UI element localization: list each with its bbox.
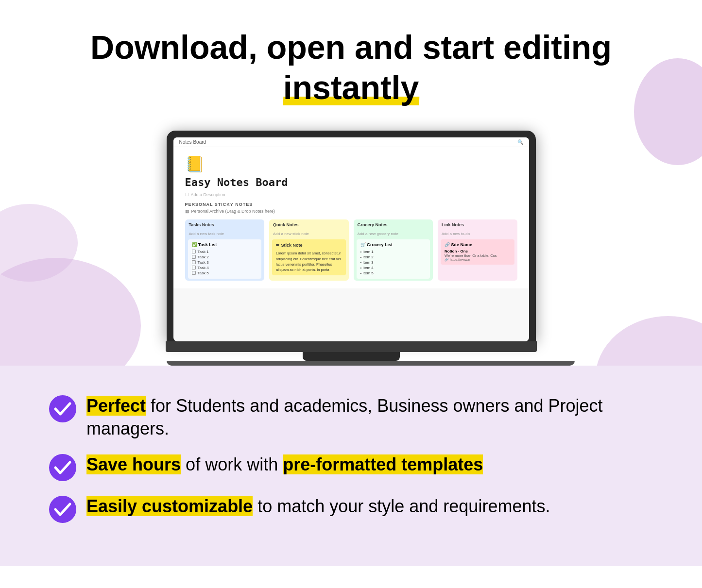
laptop-screen: Notes Board 🔍 📒 Easy Notes Board ☐ Add a… — [173, 137, 529, 341]
task-item-4: Task 4 — [192, 265, 258, 270]
hero-title-line1: Download, open and start editing — [10, 29, 692, 66]
task-item-2: Task 2 — [192, 254, 258, 260]
laptop-mockup: Notes Board 🔍 📒 Easy Notes Board ☐ Add a… — [0, 131, 702, 366]
task-list-card: ✅ Task List Task 1 Task 2 Task 3 Task 4 … — [188, 239, 262, 279]
col-header-tasks: Tasks Notes — [185, 219, 265, 230]
task-item-1: Task 1 — [192, 249, 258, 254]
features-section: Perfect for Students and academics, Busi… — [0, 366, 702, 567]
notion-topbar: Notes Board 🔍 — [173, 137, 529, 147]
feature-1-highlight: Perfect — [86, 396, 146, 416]
notion-interface: Notes Board 🔍 📒 Easy Notes Board ☐ Add a… — [173, 137, 529, 341]
laptop-screen-housing: Notes Board 🔍 📒 Easy Notes Board ☐ Add a… — [167, 131, 536, 341]
col-header-link: Link Notes — [438, 219, 517, 230]
svg-point-1 — [50, 454, 76, 481]
checkmark-icon-2 — [49, 454, 77, 482]
notion-section-header: PERSONAL STICKY NOTES — [185, 202, 517, 207]
link-note-card: 🔗 Site Name Notion - One We're more than… — [441, 239, 514, 265]
grocery-item-1: • Item 1 — [360, 249, 427, 254]
kanban-column-tasks: Tasks Notes Add a new task note ✅ Task L… — [185, 219, 265, 281]
link-site-name-title: 🔗 Site Name — [445, 242, 511, 247]
laptop-body: Notes Board 🔍 📒 Easy Notes Board ☐ Add a… — [167, 131, 536, 366]
feature-2-text-1: of work with — [186, 454, 283, 474]
hero-section: Download, open and start editing instant… — [0, 0, 702, 116]
laptop-bottom-bar — [167, 361, 575, 366]
kanban-column-quick: Quick Notes Add a new stick note ✏ Stick… — [269, 219, 349, 281]
grocery-item-4: • Item 4 — [360, 265, 427, 270]
feature-check-3 — [49, 495, 77, 523]
kanban-column-grocery: Grocery Notes Add a new grocery note 🛒 G… — [354, 219, 433, 281]
stick-note-card: ✏ Stick Note Lorem ipsum dolor sit amet,… — [272, 239, 346, 276]
notion-page-title: Easy Notes Board — [185, 176, 517, 188]
col-header-quick: Quick Notes — [269, 219, 349, 230]
svg-point-0 — [50, 396, 76, 422]
feature-text-3: Easily customizable to match your style … — [86, 495, 550, 518]
task-item-3: Task 3 — [192, 260, 258, 265]
task-item-5: Task 5 — [192, 270, 258, 276]
notion-topbar-search: 🔍 — [517, 139, 523, 145]
laptop-stand-container — [167, 352, 536, 361]
checkmark-icon-1 — [49, 395, 77, 423]
feature-check-2 — [49, 454, 77, 482]
grocery-list-card: 🛒 Grocery List • Item 1 • Item 2 • Item … — [357, 239, 430, 279]
grocery-item-2: • Item 2 — [360, 254, 427, 260]
checkmark-icon-3 — [49, 495, 77, 523]
feature-2-highlight-1: Save hours — [86, 454, 181, 474]
feature-1-text: for Students and academics, Business own… — [86, 396, 603, 438]
link-site-desc: We're more than Or a table. Cus — [445, 253, 511, 258]
link-site-name: Notion - One — [445, 249, 511, 253]
laptop-base — [166, 341, 537, 352]
svg-point-2 — [50, 496, 76, 522]
col-header-grocery: Grocery Notes — [354, 219, 433, 230]
feature-text-2: Save hours of work with pre-formatted te… — [86, 454, 483, 476]
task-list-title: ✅ Task List — [192, 242, 258, 247]
grocery-item-3: • Item 3 — [360, 260, 427, 265]
feature-3-highlight: Easily customizable — [86, 496, 253, 516]
notion-page-icon: 📒 — [185, 155, 517, 173]
link-url: 🔗 https://www.n — [445, 258, 511, 262]
feature-check-1 — [49, 395, 77, 423]
laptop-stand — [303, 352, 400, 361]
feature-item-1: Perfect for Students and academics, Busi… — [49, 395, 653, 440]
notion-archive-label: ▦ Personal Archive (Drag & Drop Notes he… — [185, 209, 517, 214]
notion-description: ☐ Add a Description — [185, 192, 517, 197]
feature-text-1: Perfect for Students and academics, Busi… — [86, 395, 653, 440]
grocery-item-5: • Item 5 — [360, 270, 427, 276]
feature-2-highlight-2: pre-formatted templates — [283, 454, 483, 474]
col-add-link: Add a new to-do — [438, 230, 517, 237]
feature-3-text: to match your style and requirements. — [257, 496, 550, 516]
kanban-board: Tasks Notes Add a new task note ✅ Task L… — [185, 219, 517, 281]
col-add-grocery: Add a new grocery note — [354, 230, 433, 237]
hero-title-highlight: instantly — [283, 68, 419, 106]
col-add-tasks: Add a new task note — [185, 230, 265, 237]
grocery-list-title: 🛒 Grocery List — [360, 242, 427, 247]
feature-item-3: Easily customizable to match your style … — [49, 495, 653, 523]
feature-item-2: Save hours of work with pre-formatted te… — [49, 454, 653, 482]
col-add-quick: Add a new stick note — [269, 230, 349, 237]
notion-content-area: 📒 Easy Notes Board ☐ Add a Description P… — [173, 147, 529, 288]
stick-note-title: ✏ Stick Note — [276, 242, 342, 249]
notion-topbar-title: Notes Board — [179, 139, 206, 145]
kanban-column-link: Link Notes Add a new to-do 🔗 Site Name N… — [438, 219, 517, 281]
